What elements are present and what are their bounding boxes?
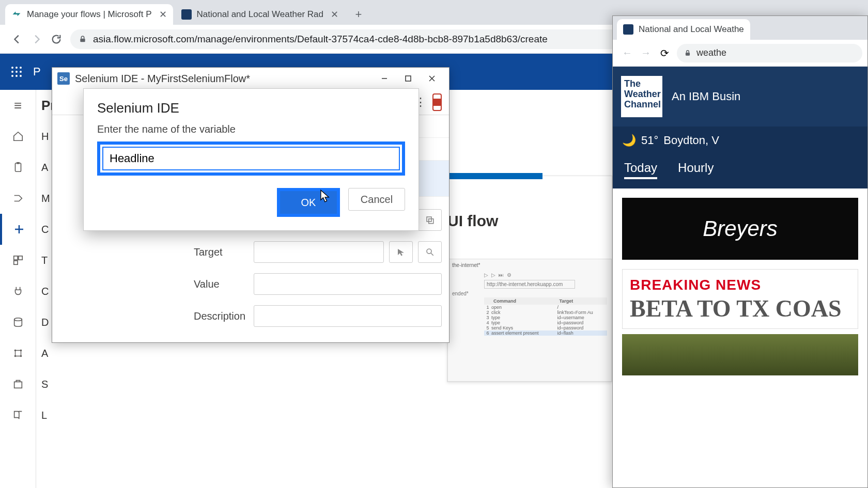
w-subtitle: An IBM Busin: [672, 90, 740, 103]
tab-title: Manage your flows | Microsoft P: [27, 9, 152, 20]
ss-row-num: 4: [484, 320, 491, 325]
ss-col-target: Target: [557, 297, 608, 305]
ss-row-cmd: assert element present: [491, 330, 557, 336]
weather-window: National and Local Weathe ← → ⟳ weathe T…: [612, 15, 868, 488]
w-browser-tab[interactable]: National and Local Weathe: [617, 19, 750, 40]
input-highlight: [97, 141, 405, 176]
forward-button[interactable]: [27, 29, 47, 49]
nav-action-items-icon[interactable]: [0, 152, 36, 183]
nav-templates-icon[interactable]: [0, 245, 36, 276]
w-location: Boydton, V: [663, 134, 719, 147]
ss-row-tgt: id=flash: [557, 330, 608, 336]
svg-point-7: [11, 75, 13, 77]
w-tab-title: National and Local Weathe: [639, 24, 744, 35]
ss-row-num: 1: [484, 305, 491, 310]
ss-row-tgt: id=password: [557, 320, 608, 325]
ss-row-cmd: type: [491, 315, 557, 320]
close-button[interactable]: [420, 69, 444, 88]
new-window-button[interactable]: [418, 209, 442, 231]
nav-learn-icon[interactable]: [0, 400, 36, 431]
select-target-button[interactable]: [389, 241, 413, 263]
maximize-button[interactable]: [396, 69, 420, 88]
browser-tab-1[interactable]: Manage your flows | Microsoft P ✕: [5, 4, 173, 25]
cancel-button[interactable]: Cancel: [348, 188, 405, 211]
w-site-header: The Weather Channel An IBM Busin: [613, 67, 867, 127]
reload-button[interactable]: [47, 29, 66, 49]
tab-today[interactable]: Today: [624, 161, 657, 179]
find-target-button[interactable]: [418, 241, 442, 263]
svg-rect-33: [686, 52, 690, 55]
svg-point-8: [16, 75, 18, 77]
breaking-label: BREAKING NEWS: [630, 277, 850, 293]
weather-channel-logo[interactable]: The Weather Channel: [621, 76, 662, 117]
ok-button[interactable]: OK: [280, 191, 337, 214]
w-forward-button[interactable]: →: [637, 44, 655, 62]
w-back-button[interactable]: ←: [618, 44, 637, 62]
ss-row-num: 2: [484, 310, 491, 315]
ss-row-num: 6: [484, 330, 491, 336]
w-location-bar[interactable]: 🌙 51° Boydton, V: [613, 127, 867, 154]
ss-row-num: 5: [484, 325, 491, 330]
ok-highlight: OK: [277, 188, 340, 217]
svg-point-9: [20, 75, 22, 77]
close-icon[interactable]: ✕: [159, 9, 167, 20]
breaking-news-card[interactable]: BREAKING NEWS BETA TO TX COAS: [622, 269, 858, 329]
nav-ai-icon[interactable]: [0, 338, 36, 369]
value-input[interactable]: [254, 273, 442, 295]
svg-rect-16: [13, 256, 17, 260]
ad-text: Breyers: [703, 216, 778, 241]
ss-url: http://the-internet.herokuapp.com: [484, 280, 575, 289]
selenium-window-title: Selenium IDE - MyFirstSeleniumFlow*: [75, 73, 373, 85]
nav-connectors-icon[interactable]: [0, 276, 36, 307]
back-button[interactable]: [7, 29, 27, 49]
ss-row-num: 3: [484, 315, 491, 320]
svg-point-19: [14, 318, 22, 321]
ss-row-cmd: open: [491, 305, 557, 310]
progress-bar: [444, 173, 542, 179]
uiflow-card[interactable]: UI flow the-internet* ▷ ▷ ⏭ ⚙ http://the…: [447, 176, 612, 382]
lock-icon: [684, 50, 691, 57]
browser-tab-2[interactable]: National and Local Weather Rad ✕: [175, 4, 345, 25]
w-nav-tabs: Today Hourly: [613, 154, 867, 188]
svg-rect-26: [406, 76, 411, 81]
variable-name-input[interactable]: [102, 147, 400, 170]
left-nav-rail: ≡: [0, 90, 36, 488]
nav-create-icon[interactable]: [0, 214, 36, 245]
record-button[interactable]: [432, 93, 442, 111]
w-address-bar[interactable]: weathe: [677, 44, 862, 62]
svg-point-31: [427, 249, 431, 254]
moon-icon: 🌙: [622, 134, 636, 147]
nav-data-icon[interactable]: [0, 307, 36, 338]
nav-myflows-icon[interactable]: [0, 183, 36, 214]
ss-row-cmd: type: [491, 320, 557, 325]
nav-solutions-icon[interactable]: [0, 369, 36, 400]
ss-left-label: ended*: [448, 290, 611, 297]
ad-banner[interactable]: Breyers: [622, 198, 858, 260]
tab-title: National and Local Weather Rad: [197, 9, 323, 20]
selenium-app-icon: Se: [57, 72, 70, 85]
w-reload-button[interactable]: ⟳: [655, 44, 674, 62]
svg-point-5: [16, 71, 18, 73]
ss-row-tgt: linkText=Form Au: [557, 310, 608, 315]
new-tab-button[interactable]: +: [350, 6, 367, 23]
ss-play-icon: ▷: [491, 272, 495, 278]
svg-rect-18: [13, 261, 17, 264]
nav-home-icon[interactable]: [0, 121, 36, 152]
uiflow-title: UI flow: [447, 176, 612, 230]
close-icon[interactable]: ✕: [331, 9, 338, 20]
ss-step-icon: ⏭: [499, 272, 504, 278]
selenium-titlebar[interactable]: Se Selenium IDE - MyFirstSeleniumFlow*: [52, 68, 449, 89]
value-label: Value: [187, 278, 254, 290]
w-toolbar: ← → ⟳ weathe: [613, 40, 867, 67]
svg-point-3: [20, 67, 22, 69]
target-input[interactable]: [254, 241, 384, 263]
waffle-icon[interactable]: [10, 66, 23, 78]
minimize-button[interactable]: [373, 69, 396, 88]
nav-item-s[interactable]: S: [36, 369, 57, 400]
tab-hourly[interactable]: Hourly: [678, 161, 714, 179]
description-input[interactable]: [254, 305, 442, 327]
svg-point-6: [20, 71, 22, 73]
ss-row-cmd: click: [491, 310, 557, 315]
hamburger-icon[interactable]: ≡: [0, 90, 36, 121]
nav-item-l[interactable]: L: [36, 400, 57, 431]
